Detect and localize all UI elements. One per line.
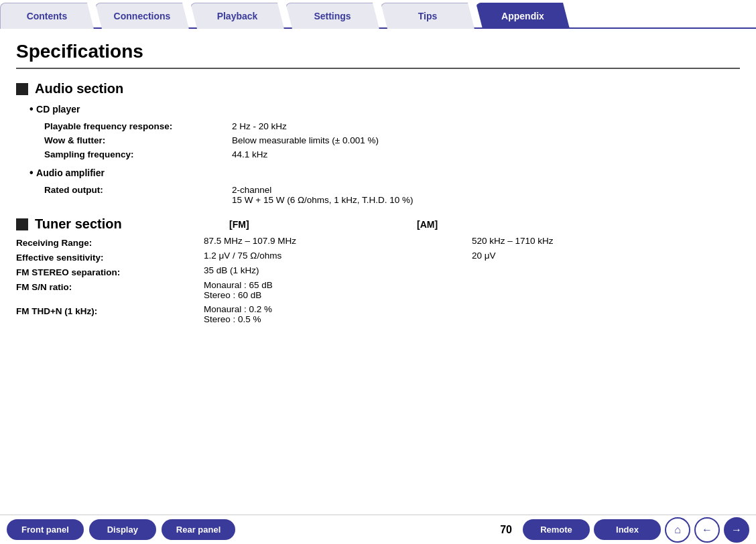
home-button[interactable]: ⌂ — [665, 517, 690, 543]
rated-output-line2: 15 W + 15 W (6 Ω/ohms, 1 kHz, T.H.D. 10 … — [232, 195, 756, 205]
tuner-label-sensitivity: Effective sensitivity: — [16, 251, 204, 263]
tuner-section: Tuner section [FM] [AM] Receiving Range:… — [16, 216, 740, 324]
sn-line2: Stereo : 60 dB — [204, 290, 472, 300]
main-content: Specifications Audio section CD player P… — [0, 29, 756, 324]
arrow-right-icon: → — [731, 524, 742, 536]
page-number: 70 — [500, 524, 512, 536]
spec-value-freq: 2 Hz - 20 kHz — [229, 119, 756, 133]
tuner-values-sn-ratio: Monaural : 65 dB Stereo : 60 dB — [204, 280, 740, 300]
tuner-fm-thd: Monaural : 0.2 % Stereo : 0.5 % — [204, 304, 472, 324]
tuner-label-stereo-sep: FM STEREO separation: — [16, 265, 204, 277]
tuner-title-container: Tuner section — [16, 216, 229, 232]
bottom-nav-left: Front panel Display Rear panel — [7, 519, 235, 540]
table-row: Playable frequency response: 2 Hz - 20 k… — [42, 119, 756, 133]
audio-amp-subsection: Audio amplifier Rated output: 2-channel … — [16, 167, 740, 207]
tuner-values-thd: Monaural : 0.2 % Stereo : 0.5 % — [204, 304, 740, 324]
tab-tips[interactable]: Tips — [381, 3, 475, 29]
tuner-label-receiving: Receiving Range: — [16, 236, 204, 248]
home-icon: ⌂ — [674, 524, 681, 536]
bottom-navigation: Front panel Display Rear panel 70 Remote… — [0, 515, 756, 544]
bottom-nav-right: 70 Remote Index ⌂ ← → — [493, 517, 749, 543]
audio-section-title: Audio section — [35, 81, 123, 96]
cd-player-spec-table: Playable frequency response: 2 Hz - 20 k… — [42, 119, 756, 161]
arrow-right-button[interactable]: → — [724, 517, 749, 543]
rear-panel-button[interactable]: Rear panel — [162, 519, 235, 540]
tuner-values-sensitivity: 1.2 μV / 75 Ω/ohms 20 μV — [204, 251, 740, 263]
tab-playback[interactable]: Playback — [190, 3, 284, 29]
top-navigation: Contents Connections Playback Settings T… — [0, 0, 756, 29]
table-row: Sampling frequency: 44.1 kHz — [42, 147, 756, 161]
index-button[interactable]: Index — [594, 519, 661, 540]
tuner-label-thd: FM THD+N (1 kHz): — [16, 304, 204, 324]
tuner-am-thd — [472, 304, 740, 324]
spec-value-sampling: 44.1 kHz — [229, 147, 756, 161]
spec-label-rated: Rated output: — [42, 183, 229, 207]
tuner-fm-sensitivity: 1.2 μV / 75 Ω/ohms — [204, 251, 472, 263]
tab-settings[interactable]: Settings — [286, 3, 379, 29]
tuner-col-headers: [FM] [AM] — [229, 219, 740, 230]
tuner-values-receiving: 87.5 MHz – 107.9 MHz 520 kHz – 1710 kHz — [204, 236, 740, 248]
tuner-row-stereo-sep: FM STEREO separation: 35 dB (1 kHz) — [16, 265, 740, 277]
tuner-am-receiving: 520 kHz – 1710 kHz — [472, 236, 740, 248]
tuner-fm-stereo-sep: 35 dB (1 kHz) — [204, 265, 472, 277]
thd-line2: Stereo : 0.5 % — [204, 314, 472, 324]
tab-contents[interactable]: Contents — [0, 3, 94, 29]
spec-label-freq: Playable frequency response: — [42, 119, 229, 133]
page-title: Specifications — [16, 41, 740, 69]
display-button[interactable]: Display — [89, 519, 156, 540]
tuner-row-sn-ratio: FM S/N ratio: Monaural : 65 dB Stereo : … — [16, 280, 740, 300]
tuner-am-sensitivity: 20 μV — [472, 251, 740, 263]
audio-amp-label: Audio amplifier — [29, 167, 740, 179]
arrow-left-icon: ← — [702, 524, 712, 536]
tuner-title-area: Tuner section [FM] [AM] — [16, 216, 740, 232]
tab-connections[interactable]: Connections — [95, 3, 189, 29]
sn-line1: Monaural : 65 dB — [204, 280, 472, 290]
tuner-fm-receiving: 87.5 MHz – 107.9 MHz — [204, 236, 472, 248]
tuner-label-sn-ratio: FM S/N ratio: — [16, 280, 204, 300]
audio-section-header: Audio section — [16, 81, 740, 96]
tuner-row-thd: FM THD+N (1 kHz): Monaural : 0.2 % Stere… — [16, 304, 740, 324]
front-panel-button[interactable]: Front panel — [7, 519, 84, 540]
tuner-section-title: Tuner section — [35, 216, 122, 232]
tuner-am-sn-ratio — [472, 280, 740, 300]
rated-output-line1: 2-channel — [232, 185, 756, 195]
fm-col-header: [FM] — [229, 219, 417, 230]
tuner-row-sensitivity: Effective sensitivity: 1.2 μV / 75 Ω/ohm… — [16, 251, 740, 263]
remote-button[interactable]: Remote — [523, 519, 590, 540]
am-col-header: [AM] — [417, 219, 740, 230]
audio-amp-spec-table: Rated output: 2-channel 15 W + 15 W (6 Ω… — [42, 183, 756, 207]
tuner-am-stereo-sep — [472, 265, 740, 277]
table-row: Wow & flutter: Below measurable limits (… — [42, 133, 756, 147]
arrow-left-button[interactable]: ← — [694, 517, 720, 543]
tuner-values-stereo-sep: 35 dB (1 kHz) — [204, 265, 740, 277]
tab-appendix[interactable]: Appendix — [476, 3, 570, 29]
tuner-row-receiving: Receiving Range: 87.5 MHz – 107.9 MHz 52… — [16, 236, 740, 248]
tuner-fm-sn-ratio: Monaural : 65 dB Stereo : 60 dB — [204, 280, 472, 300]
spec-value-wow: Below measurable limits (± 0.001 %) — [229, 133, 756, 147]
spec-value-rated: 2-channel 15 W + 15 W (6 Ω/ohms, 1 kHz, … — [229, 183, 756, 207]
thd-line1: Monaural : 0.2 % — [204, 304, 472, 314]
tuner-section-icon — [16, 218, 28, 230]
spec-label-wow: Wow & flutter: — [42, 133, 229, 147]
spec-label-sampling: Sampling frequency: — [42, 147, 229, 161]
audio-section-icon — [16, 83, 28, 95]
table-row: Rated output: 2-channel 15 W + 15 W (6 Ω… — [42, 183, 756, 207]
cd-player-label: CD player — [29, 103, 740, 115]
cd-player-subsection: CD player Playable frequency response: 2… — [16, 103, 740, 161]
